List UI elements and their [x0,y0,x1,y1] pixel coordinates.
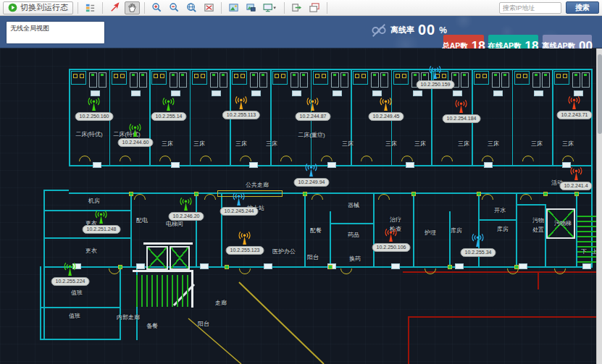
nightstand [171,90,180,96]
room-divider-wall [190,69,191,165]
room-label: 三床 [385,140,397,148]
sink-fixture [523,74,527,78]
export-button[interactable] [289,1,304,14]
plant-marker [535,74,538,76]
ap-ip-label: 10.2.249.94 [294,178,330,187]
new-window-button[interactable] [306,1,322,14]
zoom-in-icon [151,2,162,13]
ap-marker[interactable]: 10.2.255.224 [51,262,90,286]
plant-marker [494,74,497,76]
door-marker [93,162,101,168]
column-marker [136,263,145,269]
ap-marker[interactable]: 10.2.255.113 [222,96,260,119]
toilet-fixture [275,74,279,78]
sink-fixture [160,74,164,78]
junction-box [194,192,198,196]
room-label: 治疗 [390,216,401,224]
wifi-icon [177,197,195,212]
wall [69,69,593,70]
junction-box [477,192,481,196]
ap-marker[interactable]: 10.2.250.106 [372,228,411,252]
display-mode-dropdown-button[interactable] [261,1,280,14]
ap-ip-label: 10.2.255.224 [51,277,90,286]
pan-tool-button[interactable] [125,1,140,14]
door-marker [249,162,258,168]
ap-marker[interactable]: 10.2.255.14 [151,97,187,121]
toilet-fixture [476,74,480,78]
plant-marker [212,74,215,76]
nightstand [493,90,503,96]
junction-box [543,192,548,196]
ap-ip-label: 10.2.250.160 [75,112,114,121]
column-marker [200,263,209,269]
sink-fixture [322,74,326,78]
ap-marker[interactable]: 10.2.243.71 [557,96,593,119]
ap-marker[interactable]: 10.2.249.45 [369,97,404,121]
room-label: 三床 [162,140,173,148]
background-image-button[interactable] [226,1,241,14]
plant-marker [574,74,577,76]
room-label: 配电 [136,216,148,224]
ap-marker[interactable]: 10.2.245.244 [220,192,259,216]
toilet-fixture [396,74,400,78]
plant-marker [463,74,466,76]
room-label: 三床 [488,140,499,148]
zoom-in-button[interactable] [149,1,164,14]
room-label: 阳台 [198,320,209,328]
room-label: 污物 [532,216,544,224]
toilet-fixture [315,74,319,78]
ap-ip-label: 10.2.254.184 [443,114,481,123]
zoom-fit-button[interactable] [201,1,217,14]
scrollbar-thumb[interactable] [598,54,602,134]
ap-marker[interactable]: 10.2.251.248 [83,210,121,234]
room-label: 值班 [71,289,83,297]
ap-marker[interactable]: 10.2.254.184 [443,99,481,123]
ap-ip-label: 10.2.246.20 [169,212,204,221]
wifi-icon [230,192,248,207]
ap-marker[interactable]: 10.2.249.94 [294,163,330,187]
room-label: 换药 [349,255,361,263]
switch-run-mode-button[interactable]: 切换到运行态 [3,1,73,14]
pointer-icon [109,2,120,13]
monitor-dropdown-icon [263,2,277,13]
room-label: 走廊 [215,299,227,307]
nightstand [413,90,422,96]
ap-marker[interactable]: 10.2.241.4 [559,166,592,190]
layers-button[interactable] [83,1,98,14]
wifi-icon [160,97,177,112]
ap-ip-label: 10.2.241.4 [559,182,592,190]
wall [43,190,69,191]
view-selector[interactable]: 无线全局视图 [6,21,105,44]
sink-fixture [281,74,285,78]
ap-marker[interactable]: 10.2.250.159 [417,65,455,89]
search-ip-input[interactable] [499,2,561,14]
snapshot-button[interactable] [243,1,259,14]
toilet-fixture [114,74,118,78]
wall [43,266,593,268]
vertical-scrollbar[interactable] [596,48,602,364]
ap-marker[interactable]: 10.2.244.60 [118,123,154,147]
ap-marker[interactable]: 10.2.255.34 [461,233,496,257]
toilet-fixture [234,74,238,78]
room-label: 阳台 [307,253,319,261]
wifi-icon [453,99,470,114]
select-tool-button[interactable] [107,1,122,14]
white-wall [191,270,193,308]
room-divider-wall [270,69,272,165]
nightstand [333,90,342,96]
wifi-icon [469,233,487,248]
zoom-world-button[interactable] [184,1,199,14]
ap-ip-label: 10.2.249.45 [369,112,404,121]
ap-marker[interactable]: 10.2.244.87 [296,97,331,121]
floorplan-canvas[interactable]: 二床(特优)二床(特优)三床三床三床三床二床(重症)三床三床三床三床三床三床三床… [0,48,596,364]
room-label: 药品 [348,231,359,239]
export-icon [291,2,302,13]
elevator-shaft [146,246,168,270]
zoom-out-button[interactable] [167,1,182,14]
ap-marker[interactable]: 10.2.250.160 [75,97,114,121]
ap-marker[interactable]: 10.2.246.20 [169,197,204,221]
sink-fixture [402,74,406,78]
search-button[interactable]: 搜索 [566,1,599,14]
room-label: 电梯间 [166,220,183,228]
ap-marker[interactable]: 10.2.255.123 [226,231,264,255]
